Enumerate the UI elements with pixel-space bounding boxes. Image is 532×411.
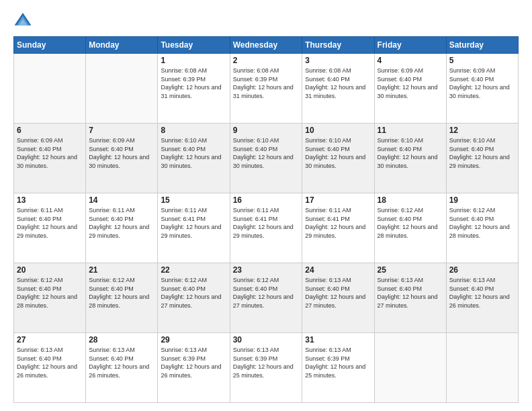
- day-info: Sunrise: 6:13 AMSunset: 6:40 PMDaylight:…: [89, 346, 154, 379]
- calendar-cell: 28Sunrise: 6:13 AMSunset: 6:40 PMDayligh…: [86, 333, 158, 403]
- calendar-cell: 31Sunrise: 6:13 AMSunset: 6:39 PMDayligh…: [302, 333, 374, 403]
- calendar-cell: 29Sunrise: 6:13 AMSunset: 6:39 PMDayligh…: [158, 333, 230, 403]
- calendar-cell: [374, 333, 446, 403]
- calendar-cell: 14Sunrise: 6:11 AMSunset: 6:40 PMDayligh…: [86, 193, 158, 263]
- calendar-cell: 8Sunrise: 6:10 AMSunset: 6:40 PMDaylight…: [158, 124, 230, 193]
- day-number: 30: [233, 335, 300, 345]
- calendar-cell: 21Sunrise: 6:12 AMSunset: 6:40 PMDayligh…: [86, 263, 158, 333]
- logo-icon: [13, 11, 32, 30]
- calendar-cell: 3Sunrise: 6:08 AMSunset: 6:40 PMDaylight…: [302, 54, 374, 124]
- day-number: 19: [449, 195, 515, 205]
- weekday-header-monday: Monday: [86, 37, 158, 54]
- week-row-1: 1Sunrise: 6:08 AMSunset: 6:39 PMDaylight…: [14, 54, 519, 124]
- day-number: 13: [17, 195, 83, 205]
- day-info: Sunrise: 6:08 AMSunset: 6:39 PMDaylight:…: [161, 66, 226, 100]
- calendar-cell: 19Sunrise: 6:12 AMSunset: 6:40 PMDayligh…: [446, 193, 518, 263]
- day-info: Sunrise: 6:12 AMSunset: 6:40 PMDaylight:…: [17, 276, 83, 310]
- day-info: Sunrise: 6:08 AMSunset: 6:39 PMDaylight:…: [233, 66, 300, 100]
- calendar-cell: 11Sunrise: 6:10 AMSunset: 6:40 PMDayligh…: [374, 124, 446, 193]
- week-row-3: 13Sunrise: 6:11 AMSunset: 6:40 PMDayligh…: [14, 193, 519, 263]
- day-info: Sunrise: 6:11 AMSunset: 6:40 PMDaylight:…: [17, 206, 83, 240]
- day-number: 21: [89, 265, 154, 275]
- day-number: 9: [233, 126, 300, 135]
- day-number: 12: [449, 126, 515, 135]
- day-number: 20: [17, 265, 83, 275]
- week-row-2: 6Sunrise: 6:09 AMSunset: 6:40 PMDaylight…: [14, 124, 519, 193]
- day-number: 5: [449, 56, 515, 65]
- day-info: Sunrise: 6:11 AMSunset: 6:40 PMDaylight:…: [89, 206, 154, 240]
- calendar-cell: 15Sunrise: 6:11 AMSunset: 6:41 PMDayligh…: [158, 193, 230, 263]
- calendar-cell: 9Sunrise: 6:10 AMSunset: 6:40 PMDaylight…: [230, 124, 302, 193]
- day-number: 23: [233, 265, 300, 275]
- calendar-cell: 10Sunrise: 6:10 AMSunset: 6:40 PMDayligh…: [302, 124, 374, 193]
- weekday-header-wednesday: Wednesday: [230, 37, 302, 54]
- day-number: 17: [305, 195, 371, 205]
- weekday-header-tuesday: Tuesday: [158, 37, 230, 54]
- day-info: Sunrise: 6:13 AMSunset: 6:40 PMDaylight:…: [17, 346, 83, 379]
- day-number: 15: [161, 195, 226, 205]
- calendar-cell: 13Sunrise: 6:11 AMSunset: 6:40 PMDayligh…: [14, 193, 86, 263]
- day-info: Sunrise: 6:09 AMSunset: 6:40 PMDaylight:…: [378, 66, 443, 100]
- day-number: 6: [17, 126, 83, 135]
- day-info: Sunrise: 6:09 AMSunset: 6:40 PMDaylight:…: [17, 136, 83, 170]
- calendar-cell: 25Sunrise: 6:13 AMSunset: 6:40 PMDayligh…: [374, 263, 446, 333]
- day-info: Sunrise: 6:13 AMSunset: 6:39 PMDaylight:…: [233, 346, 300, 379]
- calendar-cell: 23Sunrise: 6:12 AMSunset: 6:40 PMDayligh…: [230, 263, 302, 333]
- day-info: Sunrise: 6:10 AMSunset: 6:40 PMDaylight:…: [161, 136, 226, 170]
- day-number: 3: [305, 56, 371, 65]
- calendar-cell: 7Sunrise: 6:09 AMSunset: 6:40 PMDaylight…: [86, 124, 158, 193]
- day-info: Sunrise: 6:09 AMSunset: 6:40 PMDaylight:…: [449, 66, 515, 100]
- day-info: Sunrise: 6:12 AMSunset: 6:40 PMDaylight:…: [233, 276, 300, 310]
- calendar-cell: 12Sunrise: 6:10 AMSunset: 6:40 PMDayligh…: [446, 124, 518, 193]
- day-info: Sunrise: 6:09 AMSunset: 6:40 PMDaylight:…: [89, 136, 154, 170]
- calendar-table: SundayMondayTuesdayWednesdayThursdayFrid…: [13, 36, 519, 403]
- calendar-cell: 22Sunrise: 6:12 AMSunset: 6:40 PMDayligh…: [158, 263, 230, 333]
- calendar-cell: 2Sunrise: 6:08 AMSunset: 6:39 PMDaylight…: [230, 54, 302, 124]
- calendar-cell: 26Sunrise: 6:13 AMSunset: 6:40 PMDayligh…: [446, 263, 518, 333]
- calendar-cell: 27Sunrise: 6:13 AMSunset: 6:40 PMDayligh…: [14, 333, 86, 403]
- logo: [13, 11, 35, 30]
- day-info: Sunrise: 6:12 AMSunset: 6:40 PMDaylight:…: [89, 276, 154, 310]
- day-number: 22: [161, 265, 226, 275]
- day-number: 24: [305, 265, 371, 275]
- day-info: Sunrise: 6:13 AMSunset: 6:40 PMDaylight:…: [378, 276, 443, 310]
- day-number: 4: [378, 56, 443, 65]
- day-number: 8: [161, 126, 226, 135]
- day-info: Sunrise: 6:08 AMSunset: 6:40 PMDaylight:…: [305, 66, 371, 100]
- day-info: Sunrise: 6:11 AMSunset: 6:41 PMDaylight:…: [233, 206, 300, 240]
- calendar-cell: 18Sunrise: 6:12 AMSunset: 6:40 PMDayligh…: [374, 193, 446, 263]
- day-number: 28: [89, 335, 154, 345]
- day-info: Sunrise: 6:10 AMSunset: 6:40 PMDaylight:…: [305, 136, 371, 170]
- day-number: 2: [233, 56, 300, 65]
- calendar-cell: 6Sunrise: 6:09 AMSunset: 6:40 PMDaylight…: [14, 124, 86, 193]
- day-number: 7: [89, 126, 154, 135]
- day-number: 10: [305, 126, 371, 135]
- week-row-4: 20Sunrise: 6:12 AMSunset: 6:40 PMDayligh…: [14, 263, 519, 333]
- day-info: Sunrise: 6:11 AMSunset: 6:41 PMDaylight:…: [305, 206, 371, 240]
- day-info: Sunrise: 6:12 AMSunset: 6:40 PMDaylight:…: [161, 276, 226, 310]
- day-info: Sunrise: 6:11 AMSunset: 6:41 PMDaylight:…: [161, 206, 226, 240]
- calendar-cell: [14, 54, 86, 124]
- day-number: 31: [305, 335, 371, 345]
- day-info: Sunrise: 6:13 AMSunset: 6:39 PMDaylight:…: [161, 346, 226, 379]
- calendar-cell: 17Sunrise: 6:11 AMSunset: 6:41 PMDayligh…: [302, 193, 374, 263]
- calendar-cell: 16Sunrise: 6:11 AMSunset: 6:41 PMDayligh…: [230, 193, 302, 263]
- calendar-cell: 4Sunrise: 6:09 AMSunset: 6:40 PMDaylight…: [374, 54, 446, 124]
- calendar-cell: 20Sunrise: 6:12 AMSunset: 6:40 PMDayligh…: [14, 263, 86, 333]
- week-row-5: 27Sunrise: 6:13 AMSunset: 6:40 PMDayligh…: [14, 333, 519, 403]
- day-number: 11: [378, 126, 443, 135]
- calendar-cell: 24Sunrise: 6:13 AMSunset: 6:40 PMDayligh…: [302, 263, 374, 333]
- weekday-header-friday: Friday: [374, 37, 446, 54]
- weekday-header-sunday: Sunday: [14, 37, 86, 54]
- day-info: Sunrise: 6:12 AMSunset: 6:40 PMDaylight:…: [378, 206, 443, 240]
- page: SundayMondayTuesdayWednesdayThursdayFrid…: [0, 0, 532, 411]
- day-info: Sunrise: 6:10 AMSunset: 6:40 PMDaylight:…: [449, 136, 515, 170]
- day-number: 25: [378, 265, 443, 275]
- day-number: 26: [449, 265, 515, 275]
- day-number: 14: [89, 195, 154, 205]
- day-info: Sunrise: 6:13 AMSunset: 6:40 PMDaylight:…: [305, 276, 371, 310]
- calendar-cell: [86, 54, 158, 124]
- day-number: 27: [17, 335, 83, 345]
- day-info: Sunrise: 6:12 AMSunset: 6:40 PMDaylight:…: [449, 206, 515, 240]
- day-info: Sunrise: 6:10 AMSunset: 6:40 PMDaylight:…: [378, 136, 443, 170]
